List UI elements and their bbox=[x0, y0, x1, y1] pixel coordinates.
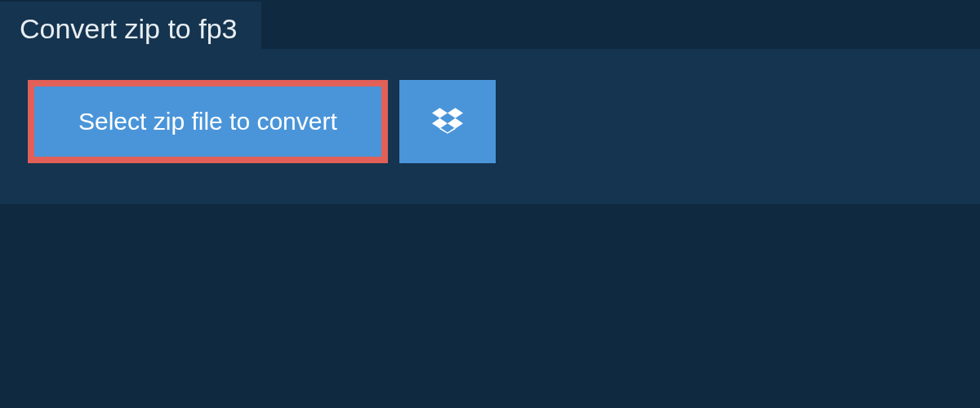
tab-title-text: Convert zip to fp3 bbox=[20, 13, 237, 44]
dropbox-icon bbox=[432, 105, 463, 139]
button-row: Select zip file to convert bbox=[0, 49, 980, 163]
converter-panel: Convert zip to fp3 Select zip file to co… bbox=[0, 49, 980, 204]
dropbox-button[interactable] bbox=[399, 80, 496, 163]
select-file-label: Select zip file to convert bbox=[78, 108, 337, 135]
select-file-button[interactable]: Select zip file to convert bbox=[28, 80, 388, 163]
tab-title: Convert zip to fp3 bbox=[0, 2, 261, 56]
